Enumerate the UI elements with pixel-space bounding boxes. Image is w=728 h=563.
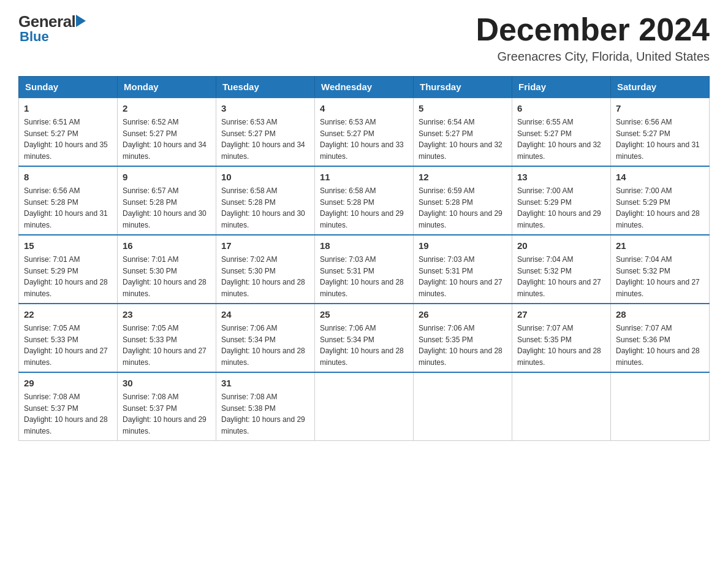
table-row: [512, 372, 611, 441]
table-row: 19 Sunrise: 7:03 AMSunset: 5:31 PMDaylig…: [414, 235, 512, 304]
table-row: 20 Sunrise: 7:04 AMSunset: 5:32 PMDaylig…: [512, 235, 611, 304]
day-number: 7: [616, 102, 704, 115]
day-number: 9: [123, 170, 211, 183]
header-thursday: Thursday: [414, 77, 512, 98]
table-row: 9 Sunrise: 6:57 AMSunset: 5:28 PMDayligh…: [118, 166, 216, 235]
day-number: 20: [517, 239, 605, 252]
day-info: Sunrise: 7:02 AMSunset: 5:30 PMDaylight:…: [221, 255, 305, 298]
calendar-header-row: Sunday Monday Tuesday Wednesday Thursday…: [19, 77, 710, 98]
table-row: 13 Sunrise: 7:00 AMSunset: 5:29 PMDaylig…: [512, 166, 611, 235]
table-row: 12 Sunrise: 6:59 AMSunset: 5:28 PMDaylig…: [414, 166, 512, 235]
day-info: Sunrise: 7:03 AMSunset: 5:31 PMDaylight:…: [419, 255, 502, 298]
table-row: 22 Sunrise: 7:05 AMSunset: 5:33 PMDaylig…: [19, 304, 118, 372]
day-info: Sunrise: 7:05 AMSunset: 5:33 PMDaylight:…: [24, 324, 108, 367]
day-number: 10: [221, 170, 309, 183]
table-row: 8 Sunrise: 6:56 AMSunset: 5:28 PMDayligh…: [19, 166, 118, 235]
table-row: 5 Sunrise: 6:54 AMSunset: 5:27 PMDayligh…: [414, 98, 512, 166]
table-row: 31 Sunrise: 7:08 AMSunset: 5:38 PMDaylig…: [216, 372, 315, 441]
day-info: Sunrise: 7:06 AMSunset: 5:34 PMDaylight:…: [221, 324, 305, 367]
day-info: Sunrise: 7:04 AMSunset: 5:32 PMDaylight:…: [616, 255, 700, 298]
day-info: Sunrise: 6:59 AMSunset: 5:28 PMDaylight:…: [419, 186, 502, 229]
day-number: 16: [123, 239, 211, 252]
day-number: 21: [616, 239, 704, 252]
logo: General Blue: [18, 12, 86, 45]
logo-blue-text: Blue: [20, 29, 49, 45]
day-info: Sunrise: 7:00 AMSunset: 5:29 PMDaylight:…: [616, 186, 700, 229]
day-info: Sunrise: 7:03 AMSunset: 5:31 PMDaylight:…: [320, 255, 404, 298]
month-year-title: December 2024: [476, 12, 710, 47]
day-number: 22: [24, 308, 112, 321]
calendar-week-row: 8 Sunrise: 6:56 AMSunset: 5:28 PMDayligh…: [19, 166, 710, 235]
day-number: 23: [123, 308, 211, 321]
table-row: [611, 372, 710, 441]
table-row: 2 Sunrise: 6:52 AMSunset: 5:27 PMDayligh…: [118, 98, 216, 166]
header-monday: Monday: [118, 77, 216, 98]
day-info: Sunrise: 6:57 AMSunset: 5:28 PMDaylight:…: [123, 186, 207, 229]
table-row: 24 Sunrise: 7:06 AMSunset: 5:34 PMDaylig…: [216, 304, 315, 372]
day-info: Sunrise: 7:04 AMSunset: 5:32 PMDaylight:…: [517, 255, 601, 298]
table-row: 23 Sunrise: 7:05 AMSunset: 5:33 PMDaylig…: [118, 304, 216, 372]
day-info: Sunrise: 7:08 AMSunset: 5:37 PMDaylight:…: [123, 393, 207, 435]
day-number: 14: [616, 170, 704, 183]
day-info: Sunrise: 7:01 AMSunset: 5:30 PMDaylight:…: [123, 255, 207, 298]
day-number: 3: [221, 102, 309, 115]
day-info: Sunrise: 6:54 AMSunset: 5:27 PMDaylight:…: [419, 118, 502, 161]
day-number: 6: [517, 102, 605, 115]
title-area: December 2024 Greenacres City, Florida, …: [476, 12, 710, 64]
table-row: 14 Sunrise: 7:00 AMSunset: 5:29 PMDaylig…: [611, 166, 710, 235]
day-number: 12: [419, 170, 507, 183]
day-info: Sunrise: 7:01 AMSunset: 5:29 PMDaylight:…: [24, 255, 108, 298]
table-row: 4 Sunrise: 6:53 AMSunset: 5:27 PMDayligh…: [315, 98, 414, 166]
header-sunday: Sunday: [19, 77, 118, 98]
day-number: 17: [221, 239, 309, 252]
day-info: Sunrise: 7:06 AMSunset: 5:34 PMDaylight:…: [320, 324, 404, 367]
day-number: 24: [221, 308, 309, 321]
day-number: 26: [419, 308, 507, 321]
day-number: 25: [320, 308, 408, 321]
day-info: Sunrise: 7:00 AMSunset: 5:29 PMDaylight:…: [517, 186, 601, 229]
day-info: Sunrise: 7:07 AMSunset: 5:36 PMDaylight:…: [616, 324, 700, 367]
header-saturday: Saturday: [611, 77, 710, 98]
day-info: Sunrise: 7:07 AMSunset: 5:35 PMDaylight:…: [517, 324, 601, 367]
table-row: 21 Sunrise: 7:04 AMSunset: 5:32 PMDaylig…: [611, 235, 710, 304]
location-text: Greenacres City, Florida, United States: [476, 50, 710, 64]
table-row: 27 Sunrise: 7:07 AMSunset: 5:35 PMDaylig…: [512, 304, 611, 372]
table-row: 6 Sunrise: 6:55 AMSunset: 5:27 PMDayligh…: [512, 98, 611, 166]
day-info: Sunrise: 6:56 AMSunset: 5:28 PMDaylight:…: [24, 186, 108, 229]
table-row: [414, 372, 512, 441]
logo-arrow-icon: [76, 15, 86, 27]
calendar-week-row: 15 Sunrise: 7:01 AMSunset: 5:29 PMDaylig…: [19, 235, 710, 304]
table-row: 28 Sunrise: 7:07 AMSunset: 5:36 PMDaylig…: [611, 304, 710, 372]
header-tuesday: Tuesday: [216, 77, 315, 98]
day-number: 13: [517, 170, 605, 183]
day-info: Sunrise: 7:08 AMSunset: 5:37 PMDaylight:…: [24, 393, 108, 435]
table-row: 11 Sunrise: 6:58 AMSunset: 5:28 PMDaylig…: [315, 166, 414, 235]
calendar-week-row: 1 Sunrise: 6:51 AMSunset: 5:27 PMDayligh…: [19, 98, 710, 166]
table-row: 1 Sunrise: 6:51 AMSunset: 5:27 PMDayligh…: [19, 98, 118, 166]
day-number: 8: [24, 170, 112, 183]
page-header: General Blue December 2024 Greenacres Ci…: [18, 12, 710, 64]
day-number: 19: [419, 239, 507, 252]
table-row: 3 Sunrise: 6:53 AMSunset: 5:27 PMDayligh…: [216, 98, 315, 166]
day-number: 1: [24, 102, 112, 115]
day-number: 11: [320, 170, 408, 183]
day-number: 4: [320, 102, 408, 115]
day-info: Sunrise: 6:56 AMSunset: 5:27 PMDaylight:…: [616, 118, 700, 161]
table-row: 16 Sunrise: 7:01 AMSunset: 5:30 PMDaylig…: [118, 235, 216, 304]
table-row: 15 Sunrise: 7:01 AMSunset: 5:29 PMDaylig…: [19, 235, 118, 304]
day-info: Sunrise: 7:08 AMSunset: 5:38 PMDaylight:…: [221, 393, 305, 435]
header-wednesday: Wednesday: [315, 77, 414, 98]
day-number: 27: [517, 308, 605, 321]
day-info: Sunrise: 6:53 AMSunset: 5:27 PMDaylight:…: [221, 118, 305, 161]
day-info: Sunrise: 6:53 AMSunset: 5:27 PMDaylight:…: [320, 118, 404, 161]
table-row: 10 Sunrise: 6:58 AMSunset: 5:28 PMDaylig…: [216, 166, 315, 235]
day-info: Sunrise: 6:58 AMSunset: 5:28 PMDaylight:…: [320, 186, 404, 229]
day-info: Sunrise: 6:51 AMSunset: 5:27 PMDaylight:…: [24, 118, 108, 161]
day-number: 5: [419, 102, 507, 115]
header-friday: Friday: [512, 77, 611, 98]
day-info: Sunrise: 7:05 AMSunset: 5:33 PMDaylight:…: [123, 324, 207, 367]
day-number: 2: [123, 102, 211, 115]
calendar-week-row: 22 Sunrise: 7:05 AMSunset: 5:33 PMDaylig…: [19, 304, 710, 372]
day-number: 29: [24, 377, 112, 389]
table-row: 29 Sunrise: 7:08 AMSunset: 5:37 PMDaylig…: [19, 372, 118, 441]
